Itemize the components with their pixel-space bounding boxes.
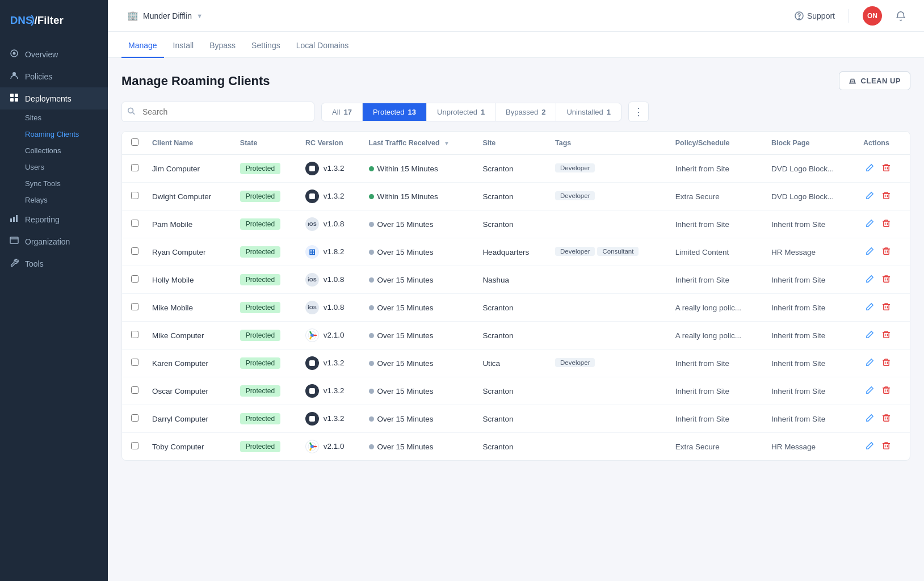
- edit-button[interactable]: [863, 189, 876, 204]
- cell-actions: [856, 350, 910, 377]
- cell-rc-version: OS v1.3.2: [299, 405, 362, 433]
- page-content: Manage Install Bypass Settings Local Dom…: [108, 32, 924, 581]
- row-checkbox[interactable]: [131, 414, 138, 422]
- cell-client-name: Karen Computer: [145, 350, 233, 377]
- edit-button[interactable]: [863, 217, 876, 231]
- edit-button[interactable]: [863, 272, 876, 287]
- edit-button[interactable]: [863, 411, 876, 426]
- row-checkbox[interactable]: [131, 164, 138, 171]
- edit-button[interactable]: [863, 356, 876, 371]
- state-badge: Protected: [240, 163, 280, 174]
- tag-badge: Developer: [555, 163, 595, 172]
- table-row: Dwight Computer Protected OS v1.3.2 With…: [122, 183, 910, 210]
- sidebar-item-relays[interactable]: Relays: [0, 192, 108, 208]
- user-avatar[interactable]: ON: [863, 6, 882, 26]
- policies-icon: [9, 71, 19, 82]
- tab-bypass[interactable]: Bypass: [203, 32, 242, 58]
- filter-tab-all[interactable]: All 17: [322, 103, 363, 121]
- sidebar-item-policies[interactable]: Policies: [0, 65, 108, 87]
- svg-rect-20: [884, 166, 889, 171]
- sidebar-item-collections[interactable]: Collections: [0, 142, 108, 159]
- search-input[interactable]: [121, 102, 314, 122]
- notifications-button[interactable]: [891, 6, 910, 26]
- sidebar-item-overview[interactable]: Overview: [0, 43, 108, 65]
- tab-install[interactable]: Install: [166, 32, 201, 58]
- sidebar-item-sync-tools[interactable]: Sync Tools: [0, 175, 108, 192]
- edit-button[interactable]: [863, 161, 876, 176]
- col-last-traffic[interactable]: Last Traffic Received ▼: [362, 132, 476, 155]
- delete-button[interactable]: [880, 439, 893, 454]
- row-checkbox[interactable]: [131, 442, 138, 449]
- filter-tab-protected[interactable]: Protected 13: [363, 103, 427, 121]
- filter-tab-unprotected[interactable]: Unprotected 1: [427, 103, 495, 121]
- delete-button[interactable]: [880, 161, 893, 176]
- sidebar-item-deployments[interactable]: Deployments: [0, 87, 108, 110]
- edit-button[interactable]: [863, 439, 876, 454]
- tab-local-domains[interactable]: Local Domains: [289, 32, 356, 58]
- delete-button[interactable]: [880, 300, 893, 315]
- cell-rc-version: iOS v1.0.8: [299, 210, 362, 238]
- delete-button[interactable]: [880, 272, 893, 287]
- tab-manage[interactable]: Manage: [121, 32, 164, 58]
- search-icon: [127, 107, 135, 117]
- cell-block-page: Inherit from Site: [765, 350, 856, 377]
- cell-client-name: Oscar Computer: [145, 377, 233, 405]
- cell-client-name: Mike Computer: [145, 322, 233, 350]
- cell-last-traffic: Over 15 Minutes: [362, 294, 476, 322]
- os-icon: OS: [305, 412, 319, 426]
- col-state: State: [233, 132, 299, 155]
- delete-button[interactable]: [880, 356, 893, 371]
- filter-tab-bypassed[interactable]: Bypassed 2: [495, 103, 556, 121]
- clean-up-button[interactable]: CLEAN UP: [839, 71, 910, 90]
- sidebar-item-sites[interactable]: Sites: [0, 110, 108, 126]
- edit-button[interactable]: [863, 328, 876, 343]
- manage-header: Manage Roaming Clients CLEAN UP: [121, 71, 910, 90]
- row-checkbox[interactable]: [131, 359, 138, 366]
- os-icon: iOS: [305, 217, 319, 231]
- cell-state: Protected: [233, 294, 299, 322]
- traffic-dot: [369, 416, 374, 422]
- row-checkbox[interactable]: [131, 275, 138, 283]
- cell-tags: [548, 322, 669, 350]
- tab-settings[interactable]: Settings: [245, 32, 287, 58]
- svg-point-73: [310, 445, 313, 448]
- org-selector[interactable]: 🏢 Munder Difflin ▼: [121, 7, 208, 24]
- cell-tags: Developer: [548, 183, 669, 210]
- delete-button[interactable]: [880, 411, 893, 426]
- row-checkbox[interactable]: [131, 303, 138, 310]
- cell-actions: [856, 183, 910, 210]
- edit-button[interactable]: [863, 245, 876, 259]
- traffic-dot: [369, 305, 374, 310]
- tag-badge: Developer: [555, 191, 595, 200]
- row-checkbox[interactable]: [131, 220, 138, 227]
- row-checkbox[interactable]: [131, 386, 138, 394]
- row-checkbox[interactable]: [131, 331, 138, 338]
- delete-button[interactable]: [880, 245, 893, 259]
- support-button[interactable]: Support: [795, 11, 835, 20]
- cell-rc-version: OS v1.3.2: [299, 155, 362, 183]
- os-icon: OS: [305, 384, 319, 398]
- delete-button[interactable]: [880, 384, 893, 398]
- row-checkbox[interactable]: [131, 192, 138, 199]
- sidebar-item-users[interactable]: Users: [0, 159, 108, 175]
- select-all-checkbox[interactable]: [131, 138, 138, 146]
- sidebar-item-roaming-clients[interactable]: Roaming Clients: [0, 126, 108, 142]
- more-options-button[interactable]: ⋮: [628, 102, 649, 122]
- row-checkbox[interactable]: [131, 247, 138, 255]
- svg-rect-12: [10, 237, 18, 243]
- delete-button[interactable]: [880, 217, 893, 231]
- cell-state: Protected: [233, 350, 299, 377]
- cell-site: Scranton: [476, 377, 548, 405]
- filter-tab-uninstalled[interactable]: Uninstalled 1: [556, 103, 621, 121]
- edit-button[interactable]: [863, 300, 876, 315]
- svg-rect-9: [10, 218, 12, 222]
- svg-rect-61: [884, 388, 889, 393]
- edit-button[interactable]: [863, 384, 876, 398]
- sidebar-item-reporting[interactable]: Reporting: [0, 208, 108, 230]
- delete-button[interactable]: [880, 189, 893, 204]
- sidebar-item-tools[interactable]: Tools: [0, 252, 108, 275]
- state-badge: Protected: [240, 413, 280, 424]
- cell-tags: [548, 210, 669, 238]
- sidebar-item-organization[interactable]: Organization: [0, 230, 108, 252]
- delete-button[interactable]: [880, 328, 893, 343]
